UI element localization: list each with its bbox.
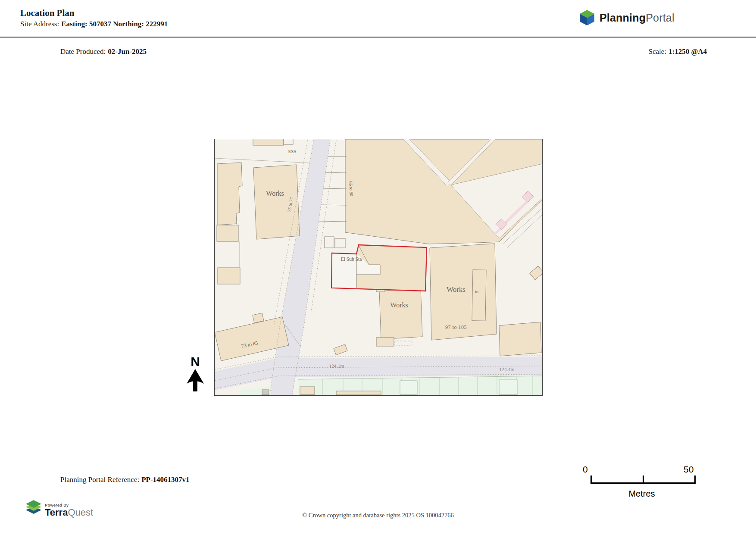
copyright-notice: © Crown copyright and database rights 20… (0, 512, 756, 519)
page-title: Location Plan (20, 8, 74, 19)
site-address-label: Site Address: (20, 20, 59, 28)
date-produced: Date Produced:02-Jun-2025 (60, 47, 147, 56)
map-label-benchmark-1: 124.1m (329, 363, 344, 369)
site-address-value: Easting: 507037 Northing: 222991 (61, 20, 168, 28)
planning-portal-wordmark: PlanningPortal (600, 12, 675, 24)
map-label-el-sub-sta: El Sub Sta (341, 257, 362, 262)
planning-portal-logo-icon (578, 9, 596, 27)
planning-portal-logo: PlanningPortal (578, 9, 675, 27)
scalebar-start-label: 0 (583, 464, 596, 475)
map-label-works-nw: Works (266, 190, 284, 197)
map-label-66-80: 66 to 80 (348, 181, 354, 196)
planning-portal-reference: Planning Portal Reference:PP-14061307v1 (60, 476, 190, 484)
scalebar (590, 476, 696, 484)
location-plan-map: ESS Works 75 to 77 66 to 80 El Sub Sta W… (214, 139, 543, 396)
scalebar-mid-tick (643, 476, 644, 482)
map-label-97-105: 97 to 105 (445, 324, 467, 330)
map-label-to: to (475, 289, 478, 294)
map-label-works-center: Works (390, 301, 408, 309)
north-indicator: N (185, 355, 205, 393)
scalebar-end-label: 50 (684, 464, 701, 475)
map-label-benchmark-2: 124.4m (500, 367, 515, 372)
map-label-works-east: Works (447, 285, 465, 294)
site-address: Site Address:Easting: 507037 Northing: 2… (20, 20, 168, 28)
map-label-ess: ESS (288, 149, 297, 154)
north-letter: N (185, 355, 205, 368)
north-arrow-icon (186, 368, 205, 391)
scalebar-unit: Metres (590, 489, 693, 499)
header-divider (0, 37, 756, 38)
map-scale: Scale:1:1250 @A4 (565, 47, 707, 56)
